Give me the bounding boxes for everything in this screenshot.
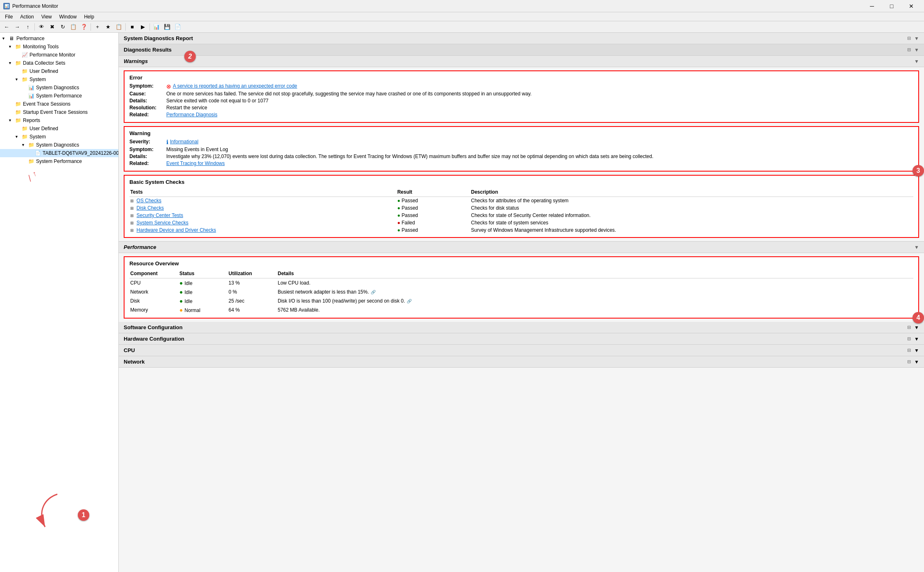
save-settings-button[interactable]: 💾 [162, 23, 172, 32]
toggle-monitoring[interactable]: ▼ [8, 45, 15, 49]
error-related-link[interactable]: Performance Diagnosis [166, 112, 217, 118]
back-button[interactable]: ← [2, 23, 11, 32]
sidebar-item-data-collector[interactable]: ▼ 📁 Data Collector Sets [0, 59, 118, 67]
warnings-collapse[interactable]: ▼ [914, 59, 919, 64]
maximize-button[interactable]: □ [882, 0, 901, 12]
warning-related-link[interactable]: Event Tracing for Windows [166, 161, 225, 166]
diag-header-controls: ⊟ ▼ [907, 47, 919, 53]
help-button[interactable]: ❓ [79, 23, 89, 32]
app-icon: 📊 [3, 3, 10, 9]
network-section[interactable]: Network ⊟ ▼ [119, 356, 924, 368]
window-controls: ─ □ ✕ [863, 0, 921, 12]
check-link-2[interactable]: Security Center Tests [136, 213, 183, 218]
warnings-header[interactable]: Warnings ▼ 2 [119, 56, 924, 67]
details-icon[interactable]: 🔗 [371, 290, 376, 294]
toggle-system-reports[interactable]: ▼ [15, 135, 21, 139]
check-link-3[interactable]: System Service Checks [136, 220, 188, 226]
toggle-sysdiag-reports[interactable]: ▼ [21, 143, 28, 147]
highlight-button[interactable]: ★ [103, 23, 113, 32]
toggle-performance[interactable]: ▼ [2, 36, 8, 41]
toolbar: ← → ↑ 👁 ✖ ↻ 📋 ❓ + ★ 📋 ■ ▶ 📊 💾 📄 [0, 21, 924, 33]
menu-file[interactable]: File [2, 13, 16, 20]
sysperf-reports-icon: 📁 [28, 158, 34, 165]
performance-title: Performance [124, 244, 156, 250]
error-cause-row: Cause: One or more services has failed. … [129, 91, 913, 97]
warning-title: Warning [129, 130, 913, 136]
sysdiag-reports-icon: 📁 [28, 142, 34, 148]
sidebar-item-user-defined-dc[interactable]: 📁 User Defined [0, 67, 118, 75]
sidebar-item-reports[interactable]: ▼ 📁 Reports [0, 116, 118, 124]
hardware-config-section[interactable]: Hardware Configuration ⊟ ▼ [119, 333, 924, 345]
diag-scroll-btn[interactable]: ▼ [914, 47, 919, 53]
system-reports-icon: 📁 [21, 133, 28, 140]
error-symptom-row: Symptom: ⊗ A service is reported as havi… [129, 83, 913, 90]
check-link-4[interactable]: Hardware Device and Driver Checks [136, 227, 216, 233]
sidebar-item-report-entry[interactable]: 📄 TABLET-DQ6TVAV9_20241226-000001 [0, 149, 118, 157]
perf-collapse[interactable]: ▼ [914, 244, 919, 250]
menu-view[interactable]: View [38, 13, 55, 20]
checks-row-3: ⊞ System Service Checks ● Failed Checks … [129, 219, 913, 226]
menu-window[interactable]: Window [56, 13, 80, 20]
error-resolution-label: Resolution: [129, 105, 166, 111]
performance-icon: 🖥 [8, 35, 15, 42]
menu-help[interactable]: Help [81, 13, 97, 20]
copy-button[interactable]: 📋 [114, 23, 124, 32]
error-symptom-link[interactable]: A service is reported as having an unexp… [173, 83, 297, 90]
freeze-button[interactable]: ■ [127, 23, 137, 32]
sidebar-item-system-perf-dc[interactable]: 📊 System Performance [0, 92, 118, 100]
sidebar-item-system-reports[interactable]: ▼ 📁 System [0, 133, 118, 141]
check-link-1[interactable]: Disk Checks [136, 205, 164, 211]
forward-button[interactable]: → [12, 23, 22, 32]
data-collector-label: Data Collector Sets [23, 60, 65, 66]
sidebar-item-performance-monitor[interactable]: 📈 Performance Monitor [0, 51, 118, 59]
checks-row-1: ⊞ Disk Checks ● Passed Checks for disk s… [129, 204, 913, 212]
software-config-title: Software Configuration [124, 324, 183, 330]
sidebar-item-user-defined-reports[interactable]: 📁 User Defined [0, 124, 118, 133]
warning-severity-link[interactable]: Informational [170, 139, 198, 145]
up-button[interactable]: ↑ [23, 23, 33, 32]
delete-button[interactable]: ✖ [47, 23, 57, 32]
user-defined-dc-icon: 📁 [21, 68, 28, 75]
sidebar-root[interactable]: ▼ 🖥 Performance [0, 34, 118, 43]
change-graph-button[interactable]: 📊 [152, 23, 161, 32]
details-icon[interactable]: 🔗 [407, 299, 412, 303]
performance-header[interactable]: Performance ▼ [119, 241, 924, 253]
diagnostic-results-header[interactable]: Diagnostic Results ⊟ ▼ [119, 44, 924, 56]
update-button[interactable]: ▶ [138, 23, 148, 32]
expand-icon-1[interactable]: ⊞ [130, 206, 134, 210]
minimize-button[interactable]: ─ [863, 0, 881, 12]
toggle-datacollector[interactable]: ▼ [8, 61, 15, 65]
checks-desc-3: Checks for state of system services [470, 219, 913, 226]
sidebar-item-sysdiag-reports[interactable]: ▼ 📁 System Diagnostics [0, 141, 118, 149]
view-report-button[interactable]: 📄 [173, 23, 183, 32]
warning-details-label: Details: [129, 154, 166, 159]
resource-status-1: ●Idle [179, 287, 228, 296]
check-link-0[interactable]: OS Checks [136, 198, 161, 203]
expand-icon-0[interactable]: ⊞ [130, 199, 134, 203]
close-button[interactable]: ✕ [902, 0, 921, 12]
toggle-reports[interactable]: ▼ [8, 118, 15, 122]
cpu-section[interactable]: CPU ⊟ ▼ [119, 345, 924, 356]
sidebar-item-system-diagnostics-dc[interactable]: 📊 System Diagnostics [0, 84, 118, 92]
resource-status-0: ●Idle [179, 278, 228, 288]
expand-icon-2[interactable]: ⊞ [130, 213, 134, 218]
report-scroll-btn[interactable]: ▼ [914, 36, 919, 41]
col-status: Status [179, 270, 228, 278]
sidebar-item-system-dc[interactable]: ▼ 📁 System [0, 75, 118, 84]
show-hide-button[interactable]: 👁 [36, 23, 46, 32]
expand-icon-4[interactable]: ⊞ [130, 228, 134, 233]
separator3 [125, 23, 126, 31]
refresh-button[interactable]: ↻ [58, 23, 68, 32]
properties-button[interactable]: 📋 [68, 23, 78, 32]
expand-icon-3[interactable]: ⊞ [130, 221, 134, 225]
menu-action[interactable]: Action [17, 13, 37, 20]
toggle-system-dc[interactable]: ▼ [15, 77, 21, 81]
sidebar-item-event-trace[interactable]: 📁 Event Trace Sessions [0, 100, 118, 108]
sidebar-item-sysperf-reports[interactable]: 📁 System Performance [0, 157, 118, 165]
sidebar-item-monitoring-tools[interactable]: ▼ 📁 Monitoring Tools [0, 43, 118, 51]
status-indicator-0: ● [179, 280, 183, 286]
sidebar-item-startup-event[interactable]: 📁 Startup Event Trace Sessions [0, 108, 118, 116]
software-config-section[interactable]: Software Configuration ⊟ ▼ [119, 322, 924, 333]
report-header[interactable]: System Diagnostics Report ⊟ ▼ [119, 33, 924, 44]
new-counter-button[interactable]: + [93, 23, 102, 32]
